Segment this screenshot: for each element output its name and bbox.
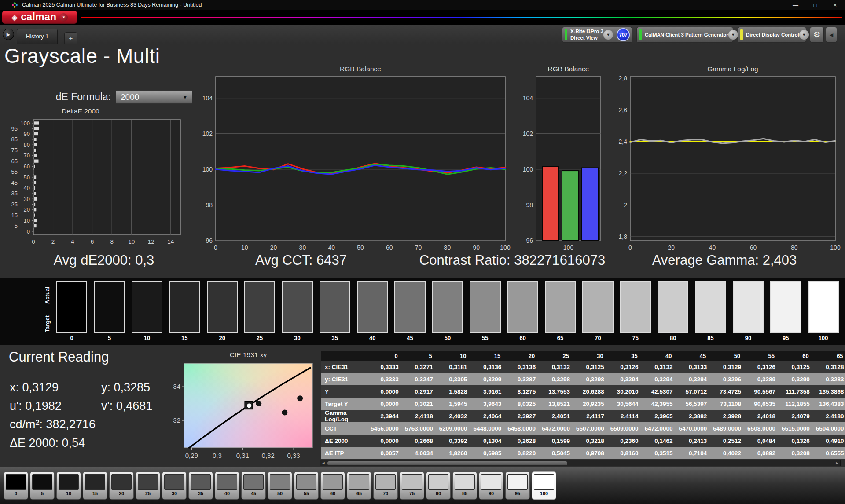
table-cell: 0,0892 (747, 447, 782, 459)
display-dropdown-icon[interactable]: ▼ (799, 30, 809, 40)
table-scrollbar[interactable]: ◄ ► (320, 460, 841, 466)
rainbow-gradient-bar (81, 17, 842, 18)
table-cell: 0,3333 (371, 373, 405, 385)
pattern-level-button-85[interactable]: 85 (452, 471, 477, 500)
table-cell: 6448,0000 (473, 422, 507, 435)
pattern-level-button-60[interactable]: 60 (320, 471, 345, 500)
svg-text:95: 95 (11, 125, 18, 132)
table-cell: 0,3290 (782, 373, 816, 385)
svg-text:0: 0 (628, 244, 632, 251)
pattern-level-button-0[interactable]: 0 (4, 471, 28, 500)
contrast-ratio-stat: Contrast Ratio: 382271616073 (419, 252, 605, 268)
table-cell: 0,3126 (747, 361, 782, 373)
svg-text:50: 50 (24, 174, 30, 181)
history-nav-button[interactable]: ▶ (3, 29, 14, 40)
meter-badge: 707 (617, 28, 630, 41)
pattern-level-button-95[interactable]: 95 (505, 471, 530, 500)
tab-history-1[interactable]: History 1 (17, 29, 58, 44)
svg-text:10: 10 (241, 244, 248, 251)
meter-dropdown-icon[interactable]: ▼ (603, 30, 613, 40)
table-cell: 0,3294 (645, 373, 679, 385)
reading-u: u': 0,1982 (10, 399, 101, 413)
calman-logo-text: calman (21, 12, 56, 22)
source-dropdown-icon[interactable]: ▼ (728, 30, 738, 40)
table-cell: 0,9708 (576, 447, 610, 459)
grayscale-swatch-65: 65 (545, 281, 576, 341)
table-cell: 0,8220 (507, 447, 542, 459)
display-control-selector[interactable]: Direct Display Control ▼ (738, 27, 806, 43)
close-button[interactable]: × (825, 0, 845, 10)
pattern-level-button-50[interactable]: 50 (268, 471, 292, 500)
pattern-level-button-20[interactable]: 20 (109, 471, 134, 500)
pattern-level-button-65[interactable]: 65 (347, 471, 371, 500)
table-cell: 90,6535 (747, 398, 782, 410)
pattern-level-button-10[interactable]: 10 (56, 471, 81, 500)
pattern-level-button-40[interactable]: 40 (215, 471, 239, 500)
grayscale-swatch-40: 40 (357, 281, 388, 341)
table-cell: 112,1855 (782, 398, 816, 410)
pattern-level-button-90[interactable]: 90 (479, 471, 503, 500)
pattern-level-buttons: 0510152025303540455055606570758085909510… (4, 471, 556, 500)
svg-text:100: 100 (20, 120, 30, 127)
measurement-table: 05101520253035404550556065x: CIE310,3333… (321, 351, 841, 459)
calman-menu-button[interactable]: ◈ calman ▼ (2, 11, 77, 24)
meter-selector[interactable]: X-Rite i1Pro 3 Direct View ▼ 707 (562, 27, 632, 43)
table-row-label: ΔE ITP (321, 447, 371, 459)
scroll-left-icon[interactable]: ◄ (320, 461, 327, 465)
pattern-level-button-35[interactable]: 35 (188, 471, 213, 500)
pattern-level-button-15[interactable]: 15 (83, 471, 107, 500)
minimize-button[interactable]: — (786, 0, 805, 10)
table-cell: 0,3132 (645, 361, 679, 373)
svg-text:RGB Balance: RGB Balance (340, 65, 381, 73)
table-cell: 6209,0000 (439, 422, 474, 435)
table-cell: 0,3392 (439, 435, 474, 447)
pattern-level-button-30[interactable]: 30 (162, 471, 187, 500)
pattern-source-selector[interactable]: CalMAN Client 3 Pattern Generator ▼ (636, 27, 733, 43)
grayscale-swatch-80: 80 (658, 281, 688, 341)
table-cell: 2,4118 (405, 410, 439, 422)
svg-text:5: 5 (15, 223, 18, 229)
grayscale-swatch-60: 60 (507, 281, 538, 341)
table-cell: 30,5644 (610, 398, 645, 410)
scroll-right-icon[interactable]: ► (834, 461, 840, 465)
svg-text:30: 30 (299, 244, 306, 251)
collapse-panel-button[interactable]: ◀ (826, 27, 837, 43)
add-tab-button[interactable]: + (64, 32, 77, 44)
pattern-level-button-75[interactable]: 75 (400, 471, 424, 500)
svg-text:2,4: 2,4 (619, 138, 628, 145)
table-cell: 0,1462 (645, 435, 679, 447)
pattern-level-button-55[interactable]: 55 (294, 471, 319, 500)
pattern-level-button-70[interactable]: 70 (373, 471, 398, 500)
table-cell: 0,3515 (645, 447, 679, 459)
table-cell: 0,1599 (542, 435, 576, 447)
grayscale-swatch-25: 25 (244, 281, 275, 341)
de-formula-select[interactable]: 2000 ▼ (116, 90, 192, 104)
calman-menu-arrow-icon[interactable]: ▼ (59, 13, 68, 22)
table-cell: 0,3333 (371, 361, 405, 373)
scrollbar-thumb[interactable] (327, 461, 567, 465)
table-cell: 0,0000 (371, 385, 405, 398)
pattern-level-button-25[interactable]: 25 (136, 471, 160, 500)
table-cell: 13,8521 (542, 398, 576, 410)
table-cell: 1,5945 (439, 398, 474, 410)
table-row-label: ΔE 2000 (321, 435, 371, 447)
collapse-arrow-icon: ◀ (830, 32, 833, 38)
svg-text:90: 90 (24, 131, 30, 137)
pattern-level-button-45[interactable]: 45 (241, 471, 266, 500)
maximize-button[interactable]: □ (805, 0, 825, 10)
pattern-level-button-80[interactable]: 80 (426, 471, 451, 500)
grayscale-swatch-50: 50 (432, 281, 463, 341)
grayscale-swatch-15: 15 (169, 281, 200, 341)
settings-button[interactable]: ⚙ (810, 27, 824, 43)
grayscale-swatch-90: 90 (733, 281, 764, 341)
current-reading-title: Current Reading (9, 349, 109, 365)
pattern-level-button-100[interactable]: 100 (532, 471, 556, 500)
table-cell: 0,3289 (747, 373, 782, 385)
svg-text:100: 100 (563, 244, 574, 251)
svg-text:14: 14 (167, 238, 174, 245)
svg-text:8: 8 (110, 238, 114, 245)
table-cell: 73,1108 (713, 398, 747, 410)
pattern-level-button-5[interactable]: 5 (30, 471, 55, 500)
cie-1931-chart: CIE 1931 xy0,290,30,310,320,330,320,34 (173, 350, 315, 461)
table-column-header: 30 (576, 351, 610, 361)
